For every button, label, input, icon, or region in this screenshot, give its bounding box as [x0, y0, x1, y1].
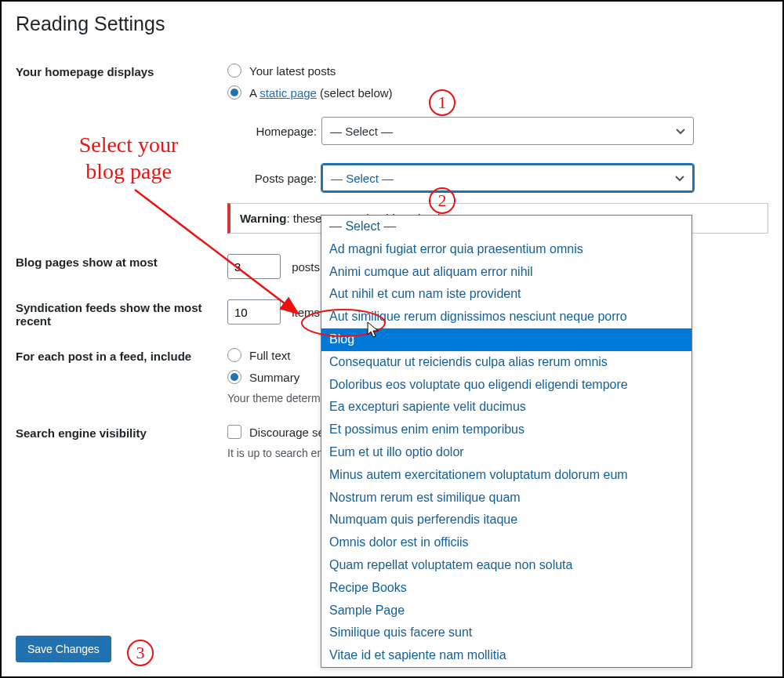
row-feed-include-label: For each post in a feed, include — [16, 342, 227, 419]
dropdown-option[interactable]: Aut similique rerum dignissimos nesciunt… — [321, 306, 691, 328]
syndication-count-input[interactable] — [227, 299, 281, 324]
dropdown-option[interactable]: Numquam quis perferendis itaque — [321, 509, 691, 531]
dropdown-option[interactable]: Animi cumque aut aliquam error nihil — [321, 261, 691, 284]
discourage-checkbox[interactable] — [227, 425, 241, 439]
page-title: Reading Settings — [16, 13, 768, 35]
dropdown-option[interactable]: Nostrum rerum est similique quam — [321, 487, 691, 509]
dropdown-option[interactable]: — Select — — [321, 216, 691, 238]
row-search-visibility-label: Search engine visibility — [16, 419, 227, 473]
radio-summary-label: Summary — [249, 371, 299, 384]
homepage-select[interactable]: — Select — — [321, 117, 694, 145]
row-homepage-label: Your homepage displays — [16, 57, 227, 248]
posts-page-select-label: Posts page: — [246, 172, 317, 185]
radio-full-text[interactable] — [227, 348, 241, 362]
radio-static-page-label: A static page (select below) — [249, 86, 393, 100]
radio-static-page[interactable] — [227, 85, 241, 100]
save-changes-button[interactable]: Save Changes — [16, 636, 111, 662]
dropdown-option[interactable]: Aut nihil et cum nam iste provident — [321, 283, 691, 306]
dropdown-option[interactable]: Ea excepturi sapiente velit ducimus — [321, 396, 691, 419]
row-blog-pages-label: Blog pages show at most — [16, 248, 227, 293]
chevron-down-icon — [673, 172, 686, 184]
dropdown-option[interactable]: Consequatur ut reiciendis culpa alias re… — [321, 351, 691, 374]
dropdown-option[interactable]: Omnis dolor est in officiis — [321, 531, 691, 554]
chevron-down-icon — [674, 125, 687, 137]
blog-pages-suffix: posts — [292, 260, 320, 274]
dropdown-option[interactable]: Quam repellat voluptatem eaque non solut… — [321, 554, 691, 577]
blog-pages-count-input[interactable] — [227, 254, 281, 279]
dropdown-option[interactable]: Similique quis facere sunt — [321, 622, 691, 644]
syndication-suffix: items — [292, 306, 320, 319]
annotation-circle-3: 3 — [127, 640, 154, 666]
row-syndication-label: Syndication feeds show the most recent — [16, 293, 227, 342]
dropdown-option[interactable]: Vitae id et sapiente nam mollitia — [321, 644, 691, 667]
dropdown-option[interactable]: Doloribus eos voluptate quo eligendi eli… — [321, 374, 691, 397]
dropdown-option[interactable]: Minus autem exercitationem voluptatum do… — [321, 464, 691, 487]
dropdown-option[interactable]: Ad magni fugiat error quia praesentium o… — [321, 238, 691, 261]
dropdown-option[interactable]: Et possimus enim enim temporibus — [321, 419, 691, 441]
dropdown-option[interactable]: Sample Page — [321, 600, 691, 622]
homepage-select-label: Homepage: — [246, 125, 317, 138]
radio-summary[interactable] — [227, 370, 241, 384]
dropdown-option[interactable]: Eum et ut illo optio dolor — [321, 441, 691, 464]
static-page-link[interactable]: static page — [260, 86, 317, 100]
radio-latest-posts[interactable] — [227, 63, 241, 78]
radio-full-text-label: Full text — [249, 349, 291, 362]
posts-page-select[interactable]: — Select — — [321, 164, 694, 192]
dropdown-option[interactable]: Recipe Books — [321, 577, 691, 600]
radio-latest-posts-label: Your latest posts — [249, 64, 336, 78]
dropdown-option[interactable]: Blog — [321, 328, 691, 351]
posts-page-dropdown[interactable]: — Select —Ad magni fugiat error quia pra… — [321, 215, 692, 668]
